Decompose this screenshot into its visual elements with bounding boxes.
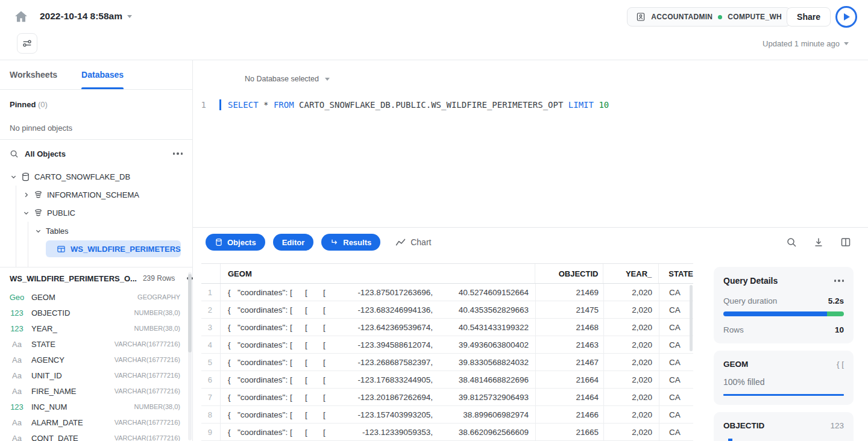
column-dtype: VARCHAR(16777216) (115, 434, 180, 441)
column-name: STATE (31, 340, 108, 349)
chart-toggle-button[interactable]: Chart (395, 237, 431, 247)
schema-icon (34, 190, 43, 199)
run-query-button[interactable] (835, 6, 857, 28)
column-item-cont-date[interactable]: Aa CONT_DATE VARCHAR(16777216) (0, 430, 192, 441)
column-item-year[interactable]: 123 YEAR_ NUMBER(38,0) (0, 321, 192, 336)
objectid-cell: 21475 (536, 301, 604, 318)
worksheet-options-button[interactable] (17, 33, 37, 54)
objectid-cell: 21464 (536, 389, 604, 405)
sidebar-scrollbar-thumb[interactable] (188, 274, 192, 352)
sql-line-1[interactable]: 1 SELECT * FROM CARTO_SNOWFLAKE_DB.PUBLI… (193, 98, 609, 111)
table-row[interactable]: 2 {"coordinates": [[[-123.683246994136,4… (201, 301, 693, 319)
table-row[interactable]: 9 {"coordinates": [[[-123.12339059353,38… (201, 424, 693, 441)
geom-column-header[interactable]: GEOM (221, 264, 536, 283)
home-icon[interactable] (13, 9, 29, 25)
download-results-button[interactable] (813, 237, 824, 248)
state-cell: CA (659, 301, 693, 318)
query-details-menu-icon[interactable] (834, 280, 844, 282)
tree-item-information-schema[interactable]: INFORMATION_SCHEMA (0, 186, 192, 204)
column-dtype: VARCHAR(16777216) (115, 340, 180, 348)
objectid-cell: 21469 (536, 284, 604, 301)
tree-item-label: PUBLIC (47, 208, 75, 217)
tab-databases[interactable]: Databases (81, 60, 124, 89)
all-objects-label[interactable]: All Objects (25, 149, 167, 158)
column-item-objectid[interactable]: 123 OBJECTID NUMBER(38,0) (0, 305, 192, 321)
table-row[interactable]: 1 {"coordinates": [[[-123.875017263696,4… (201, 284, 693, 301)
geom-stat-card[interactable]: GEOM { [ 100% filled (714, 351, 854, 405)
column-item-agency[interactable]: Aa AGENCY VARCHAR(16777216) (0, 352, 192, 367)
geom-type-hint: { [ (837, 360, 844, 369)
tree-item-public[interactable]: PUBLIC (0, 204, 192, 222)
column-item-inc-num[interactable]: 123 INC_NUM NUMBER(38,0) (0, 399, 192, 414)
sidebar-divider (0, 139, 192, 140)
column-item-geom[interactable]: Geo GEOM GEOGRAPHY (0, 289, 192, 305)
tree-indent-guide (28, 222, 28, 267)
tree-item-table-wrapper: WS_WILDFIRE_PERIMETERS... (0, 240, 192, 258)
database-selector[interactable]: No Database selected (245, 75, 330, 83)
type-badge-text: Aa (8, 387, 25, 396)
search-icon (786, 237, 797, 248)
type-badge-text: Aa (8, 340, 25, 349)
table-scrollbar-thumb[interactable] (690, 285, 693, 351)
query-details-panel: Query Details Query duration 5.2s Rows 1… (714, 267, 854, 441)
chevron-down-icon (23, 210, 30, 216)
tree-item-table-selected[interactable]: WS_WILDFIRE_PERIMETERS... (46, 240, 181, 257)
sql-keyword: LIMIT (568, 100, 594, 110)
warehouse-status-dot (718, 15, 722, 19)
table-row[interactable]: 4 {"coordinates": [[[-123.394588612074,3… (201, 336, 693, 354)
table-row[interactable]: 5 {"coordinates": [[[-123.268687582397,3… (201, 354, 693, 371)
duration-value: 5.2s (828, 296, 844, 305)
row-number: 3 (201, 319, 221, 336)
objectid-cell: 21463 (536, 336, 604, 353)
objectid-stat-card[interactable]: OBJECTID 123 21463 21665 (714, 412, 854, 441)
year-cell: 2,020 (604, 284, 659, 301)
results-header-row: GEOM OBJECTID YEAR_ STATE (201, 264, 693, 284)
database-icon (21, 172, 30, 181)
database-selector-label: No Database selected (245, 75, 319, 83)
top-header: 2022-10-14 8:58am ACCOUNTADMIN COMPUTE_W… (0, 0, 868, 60)
type-badge-text: Aa (8, 434, 25, 441)
results-label: Results (343, 238, 371, 247)
year-cell: 2,020 (604, 354, 659, 371)
column-item-alarm-date[interactable]: Aa ALARM_DATE VARCHAR(16777216) (0, 414, 192, 430)
sql-star: * (263, 100, 268, 110)
role-badge-icon (636, 12, 646, 22)
objectid-cell: 21664 (536, 371, 604, 388)
table-row[interactable]: 6 {"coordinates": [[[-123.176833244905,3… (201, 371, 693, 389)
row-number: 1 (201, 284, 221, 301)
tab-worksheets[interactable]: Worksheets (10, 60, 57, 89)
context-selector[interactable]: ACCOUNTADMIN COMPUTE_WH (627, 7, 791, 27)
objectid-type-hint: 123 (830, 421, 844, 430)
objects-toggle-button[interactable]: Objects (206, 234, 265, 251)
column-name: OBJECTID (31, 308, 128, 317)
search-icon[interactable] (10, 149, 19, 158)
table-row[interactable]: 7 {"coordinates": [[[-123.201867262694,3… (201, 389, 693, 406)
column-dtype: GEOGRAPHY (137, 293, 180, 301)
tree-item-tables[interactable]: Tables (0, 222, 192, 240)
table-icon (57, 245, 66, 254)
column-item-state[interactable]: Aa STATE VARCHAR(16777216) (0, 336, 192, 352)
column-item-fire-name[interactable]: Aa FIRE_NAME VARCHAR(16777216) (0, 383, 192, 399)
sliders-icon (22, 38, 33, 49)
share-button[interactable]: Share (787, 7, 831, 27)
worksheet-title-caret-icon[interactable] (127, 15, 132, 18)
split-view-button[interactable] (840, 237, 851, 248)
state-column-header[interactable]: STATE (659, 264, 693, 283)
column-item-unit-id[interactable]: Aa UNIT_ID VARCHAR(16777216) (0, 367, 192, 383)
sql-editor[interactable]: No Database selected 1 SELECT * FROM CAR… (193, 60, 868, 227)
tree-item-database[interactable]: CARTO_SNOWFLAKE_DB (0, 167, 192, 186)
editor-toggle-button[interactable]: Editor (273, 234, 314, 251)
year-column-header[interactable]: YEAR_ (603, 264, 659, 283)
search-results-button[interactable] (786, 237, 797, 248)
objectid-cell: 21468 (536, 319, 604, 336)
updated-status[interactable]: Updated 1 minute ago (763, 39, 849, 48)
table-row[interactable]: 8 {"coordinates": [[[-123.157403993205,3… (201, 406, 693, 424)
all-objects-menu-icon[interactable] (173, 152, 183, 155)
chevron-down-icon (35, 228, 42, 234)
results-toggle-button[interactable]: Results (321, 234, 380, 251)
table-info-rowcount: 239 Rows (143, 274, 175, 283)
table-row[interactable]: 3 {"coordinates": [[[-123.642369539674,4… (201, 319, 693, 336)
objectid-column-header[interactable]: OBJECTID (535, 264, 603, 283)
column-name: ALARM_DATE (31, 418, 108, 427)
all-objects-row: All Objects (0, 145, 192, 162)
